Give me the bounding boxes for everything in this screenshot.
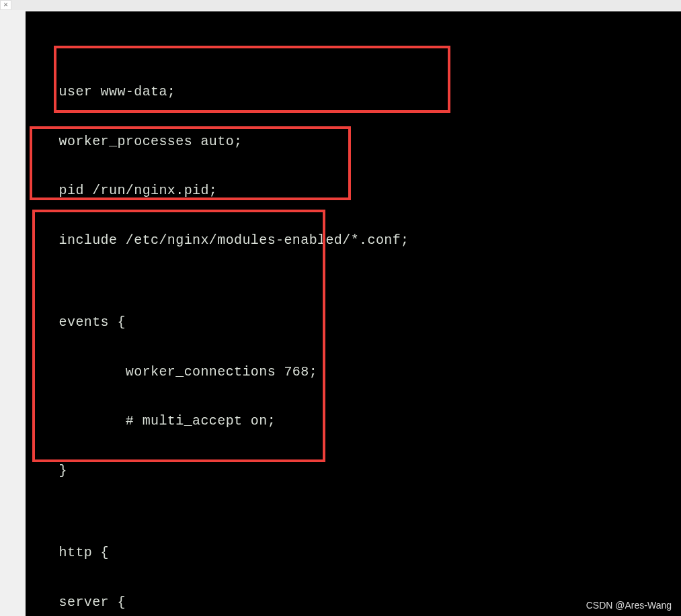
code-line: http { [26,545,681,562]
code-line: user www-data; [26,84,681,101]
code-line: server { [26,595,681,611]
title-strip: ✕ [0,0,681,10]
code-line: } [26,463,681,480]
code-line: worker_processes auto; [26,134,681,150]
code-line: pid /run/nginx.pid; [26,183,681,200]
terminal-content: user www-data; worker_processes auto; pi… [26,44,681,616]
code-line: events { [26,314,681,331]
close-button[interactable]: ✕ [0,0,11,10]
watermark: CSDN @Ares-Wang [586,600,672,611]
highlight-box-1 [54,46,450,113]
code-line: worker_connections 768; [26,364,681,381]
terminal-view: user www-data; worker_processes auto; pi… [26,11,681,616]
code-line: include /etc/nginx/modules-enabled/*.con… [26,232,681,249]
code-line: # multi_accept on; [26,413,681,430]
